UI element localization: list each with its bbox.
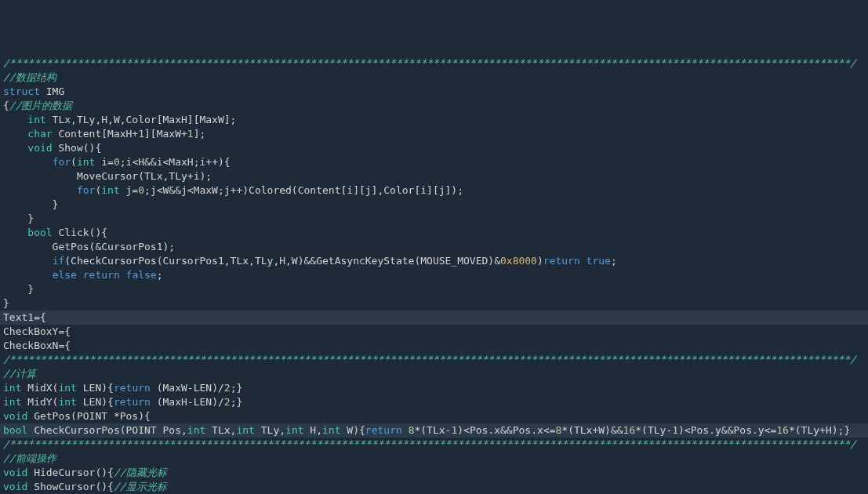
code-line[interactable]: void ShowCursor(){//显示光标 xyxy=(0,480,868,494)
code-token-number: 1 xyxy=(672,424,678,436)
code-token-op xyxy=(77,269,83,281)
code-line[interactable]: int MidY(int LEN){return (MaxH-LEN)/2;} xyxy=(0,395,868,409)
code-token-comment: //图片的数据 xyxy=(9,100,73,111)
code-token-type: int xyxy=(77,156,95,168)
code-line[interactable]: bool CheckCursorPos(POINT Pos,int TLx,in… xyxy=(0,423,868,438)
code-token-op xyxy=(3,142,27,154)
code-token-ident: TLx,TLy,H,W,Color[MaxH][MaxW]; xyxy=(46,114,237,125)
code-token-type: int xyxy=(187,424,205,436)
code-token-ident: GetPos(&CursorPos1); xyxy=(3,241,175,252)
code-line[interactable]: struct IMG xyxy=(0,85,868,99)
code-token-type: char xyxy=(27,128,52,140)
code-token-ident: Text1={ xyxy=(3,311,46,323)
code-token-ident: ]; xyxy=(194,128,206,140)
code-token-type: int xyxy=(236,424,254,436)
code-token-comment: /***************************************… xyxy=(3,438,856,450)
code-token-keyword: return xyxy=(83,269,120,281)
code-token-ident: ;} xyxy=(231,396,243,408)
code-line[interactable]: Text1={ xyxy=(0,311,868,325)
code-line[interactable]: CheckBoxY={ xyxy=(0,325,868,339)
code-token-op xyxy=(3,269,53,281)
code-token-type: int xyxy=(27,114,45,125)
code-token-keyword: return xyxy=(365,424,402,436)
code-token-number: 2 xyxy=(224,396,231,408)
code-token-number: 0 xyxy=(114,156,120,168)
code-line[interactable]: else return false; xyxy=(0,268,868,282)
code-line[interactable]: if(CheckCursorPos(CursorPos1,TLx,TLy,H,W… xyxy=(0,254,868,268)
code-line[interactable]: //数据结构 xyxy=(0,71,868,85)
code-line[interactable]: {//图片的数据 xyxy=(0,99,868,113)
code-token-ident: TLy, xyxy=(255,424,285,436)
code-token-ident: *(TLx+W)&& xyxy=(561,424,623,436)
code-token-ident: Content[MaxH+ xyxy=(53,128,139,140)
code-line[interactable]: /***************************************… xyxy=(0,438,868,452)
code-line[interactable]: } xyxy=(0,282,868,296)
code-token-ident: HideCursor(){ xyxy=(27,467,114,478)
code-token-type: int xyxy=(101,184,119,196)
code-token-ident: (CheckCursorPos(CursorPos1,TLx,TLy,H,W)&… xyxy=(64,255,500,267)
code-line[interactable]: MoveCursor(TLx,TLy+i); xyxy=(0,169,868,183)
code-line[interactable]: for(int i=0;i<H&&i<MaxH;i++){ xyxy=(0,155,868,169)
code-line[interactable]: } xyxy=(0,212,868,226)
code-token-type: void xyxy=(3,481,27,492)
code-token-number: 1 xyxy=(187,128,194,140)
code-token-number: 0 xyxy=(138,184,144,196)
code-token-ident: *(TLy- xyxy=(635,424,672,436)
code-line[interactable]: int TLx,TLy,H,W,Color[MaxH][MaxW]; xyxy=(0,113,868,127)
code-token-keyword: for xyxy=(53,156,71,168)
code-line[interactable]: } xyxy=(0,198,868,212)
code-token-type: bool xyxy=(27,227,52,238)
code-token-ident: TLx, xyxy=(205,424,236,436)
code-line[interactable]: //前端操作 xyxy=(0,452,868,466)
code-token-type: int xyxy=(3,382,21,394)
code-line[interactable]: CheckBoxN={ xyxy=(0,339,868,353)
code-token-ident: CheckBoxY={ xyxy=(3,325,71,337)
code-token-ident: *(TLx- xyxy=(414,424,451,436)
code-token-number: 16 xyxy=(623,424,636,436)
code-token-ident: } xyxy=(3,283,34,295)
code-token-op xyxy=(580,255,587,267)
code-token-ident: ;} xyxy=(231,382,243,394)
code-token-keyword: return xyxy=(114,396,151,408)
code-line[interactable]: for(int j=0;j<W&&j<MaxW;j++)Colored(Cont… xyxy=(0,183,868,198)
code-token-comment: //数据结构 xyxy=(3,71,56,83)
code-token-ident: LEN){ xyxy=(77,396,114,408)
code-token-type: int xyxy=(58,382,76,394)
code-token-ident: } xyxy=(3,297,9,309)
code-token-op xyxy=(3,255,53,267)
code-line[interactable]: char Content[MaxH+1][MaxW+1]; xyxy=(0,127,868,141)
code-token-type: bool xyxy=(3,424,27,436)
code-token-op xyxy=(3,114,27,125)
code-token-number: 2 xyxy=(224,382,231,394)
code-token-ident: GetPos(POINT *Pos){ xyxy=(27,410,151,422)
code-line[interactable]: /***************************************… xyxy=(0,353,868,367)
code-line[interactable]: GetPos(&CursorPos1); xyxy=(0,240,868,254)
code-token-ident: i= xyxy=(95,156,113,168)
code-token-comment: /***************************************… xyxy=(3,57,856,69)
code-token-paren: ( xyxy=(71,156,77,168)
code-line[interactable]: void GetPos(POINT *Pos){ xyxy=(0,409,868,423)
code-line[interactable]: bool Click(){ xyxy=(0,226,868,240)
code-token-ident: H, xyxy=(304,424,322,436)
code-token-ident: ; xyxy=(157,269,163,281)
code-line[interactable]: void HideCursor(){//隐藏光标 xyxy=(0,466,868,480)
code-token-keyword: return xyxy=(114,382,151,394)
code-token-op xyxy=(402,424,409,436)
code-line[interactable]: void Show(){ xyxy=(0,141,868,155)
code-line[interactable]: /***************************************… xyxy=(0,56,868,71)
code-token-ident: (MaxW-LEN)/ xyxy=(151,382,224,394)
code-line[interactable]: int MidX(int LEN){return (MaxW-LEN)/2;} xyxy=(0,381,868,395)
code-token-ident: Click(){ xyxy=(53,227,107,238)
code-editor[interactable]: /***************************************… xyxy=(0,56,868,494)
code-line[interactable]: //计算 xyxy=(0,367,868,381)
code-token-ident: IMG xyxy=(40,85,64,97)
code-token-ident: MoveCursor(TLx,TLy+i); xyxy=(3,170,212,182)
code-token-ident: ; xyxy=(611,255,617,267)
code-line[interactable]: } xyxy=(0,296,868,311)
code-token-keyword: return xyxy=(543,255,580,267)
code-token-keyword: else xyxy=(53,269,77,281)
code-token-ident: ;j<W&&j<MaxW;j++)Colored(Content[i][j],C… xyxy=(144,184,463,196)
code-token-ident: *(TLy+H);} xyxy=(789,424,850,436)
code-token-type: void xyxy=(3,410,27,422)
code-token-comment: //前端操作 xyxy=(3,452,56,464)
